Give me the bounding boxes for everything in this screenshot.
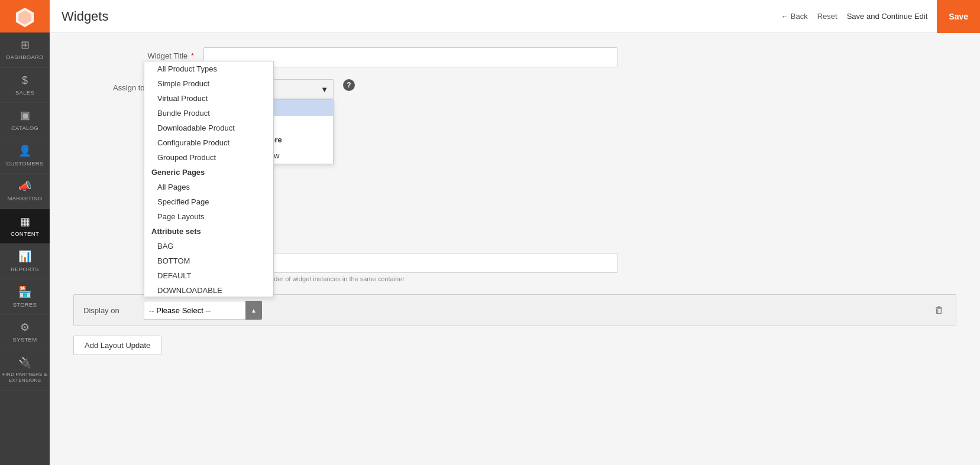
sidebar-item-marketing[interactable]: 📣 MARKETING [0, 174, 50, 209]
delete-layout-btn[interactable]: 🗑 [932, 303, 946, 318]
sales-icon: $ [22, 74, 28, 87]
reset-button[interactable]: Reset [817, 12, 837, 21]
sidebar-item-reports[interactable]: 📊 REPORTS [0, 244, 50, 279]
sidebar-item-find-partners[interactable]: 🔌 FIND PARTNERS & EXTENSIONS [0, 350, 50, 391]
dd-specified-page[interactable]: Specified Page [144, 194, 273, 209]
dd-downloadable-product[interactable]: Downloadable Product [144, 121, 273, 135]
page-title: Widgets [62, 9, 781, 24]
catalog-icon: ▣ [20, 109, 30, 122]
dd-generic-pages-header: Generic Pages [144, 165, 273, 180]
display-on-dropdown: All Product Types Simple Product Virtual… [144, 61, 274, 297]
dd-bottom[interactable]: BOTTOM [144, 253, 273, 268]
main-content: Widgets ← Back Reset Save and Continue E… [50, 0, 980, 465]
chevron-down-icon: ▼ [321, 85, 328, 94]
add-layout-update-button[interactable]: Add Layout Update [73, 336, 161, 355]
dd-downloadable[interactable]: DOWNLOADABLE [144, 283, 273, 297]
sidebar-item-catalog[interactable]: ▣ CATALOG [0, 103, 50, 138]
display-on-wrapper: All Product Types Simple Product Virtual… [144, 301, 262, 320]
customers-icon: 👤 [18, 144, 31, 158]
system-icon: ⚙ [20, 321, 30, 334]
layout-updates-section: Display on All Product Types Simple Prod… [73, 294, 956, 326]
sidebar-item-dashboard[interactable]: ⊞ DASHBOARD [0, 32, 50, 68]
content-icon: ▦ [20, 215, 30, 229]
reports-icon: 📊 [18, 250, 31, 264]
widget-title-label: Widget Title * [73, 47, 203, 60]
stores-icon: 🏪 [18, 285, 31, 299]
sidebar-item-content[interactable]: ▦ CONTENT [0, 209, 50, 245]
dd-bag[interactable]: BAG [144, 239, 273, 253]
dd-page-layouts[interactable]: Page Layouts [144, 209, 273, 224]
page-header: Widgets ← Back Reset Save and Continue E… [50, 0, 980, 33]
dd-configurable-product[interactable]: Configurable Product [144, 135, 273, 150]
sidebar: ⊞ DASHBOARD $ SALES ▣ CATALOG 👤 CUSTOMER… [0, 0, 50, 465]
sidebar-item-customers[interactable]: 👤 CUSTOMERS [0, 138, 50, 174]
help-icon[interactable]: ? [343, 79, 355, 91]
dd-simple-product[interactable]: Simple Product [144, 76, 273, 91]
logo[interactable] [0, 0, 50, 32]
sidebar-item-system[interactable]: ⚙ SYSTEM [0, 315, 50, 350]
dd-all-pages[interactable]: All Pages [144, 180, 273, 194]
save-continue-button[interactable]: Save and Continue Edit [847, 12, 928, 21]
back-button[interactable]: ← Back [781, 12, 808, 21]
dd-all-product-types[interactable]: All Product Types [144, 61, 273, 76]
marketing-icon: 📣 [18, 180, 31, 193]
form-area: Widget Title * Assign to Store Views * A… [50, 33, 980, 465]
layout-update-row: Display on All Product Types Simple Prod… [74, 295, 956, 326]
display-on-input[interactable] [144, 301, 262, 320]
sidebar-item-sales[interactable]: $ SALES [0, 68, 50, 103]
header-actions: ← Back Reset Save and Continue Edit Save [781, 0, 968, 33]
dashboard-icon: ⊞ [21, 38, 30, 52]
dd-default[interactable]: DEFAULT [144, 268, 273, 283]
partners-icon: 🔌 [18, 356, 31, 370]
save-button[interactable]: Save [937, 0, 980, 33]
dd-bundle-product[interactable]: Bundle Product [144, 106, 273, 121]
dd-attribute-sets-header: Attribute sets [144, 224, 273, 239]
sidebar-item-stores[interactable]: 🏪 STORES [0, 279, 50, 315]
dd-grouped-product[interactable]: Grouped Product [144, 150, 273, 165]
display-on-select-wrapper: ▲ [144, 301, 262, 320]
display-on-label: Display on [83, 306, 137, 315]
dd-virtual-product[interactable]: Virtual Product [144, 91, 273, 106]
